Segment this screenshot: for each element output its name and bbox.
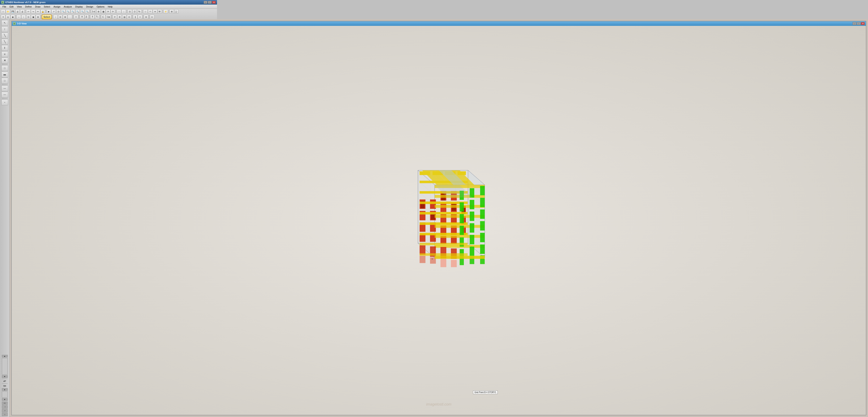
- tool-up[interactable]: ↑: [1, 26, 8, 32]
- tb-rect1[interactable]: □: [143, 9, 148, 13]
- tb-grid1[interactable]: ⊡: [127, 9, 132, 13]
- tb2-hbar[interactable]: ≡: [138, 15, 142, 19]
- tb-m[interactable]: M·: [158, 9, 162, 13]
- menu-view[interactable]: View: [15, 5, 24, 8]
- tool-dash1[interactable]: —: [1, 86, 8, 91]
- sep-6: [142, 9, 143, 13]
- close-button[interactable]: ✕: [212, 1, 216, 4]
- tb-sum[interactable]: ∑·: [174, 9, 178, 13]
- tb2-vbar[interactable]: ‖: [133, 15, 137, 19]
- tb2-list1[interactable]: ☰: [117, 15, 122, 19]
- toolbar-row-2: ✕ ◎ ◉ ↔ ↕ ⊡ ▣ ⊞ Select ↕ ⊟ ⊞ · I T Z̄· T…: [0, 14, 217, 20]
- tool-text[interactable]: I: [1, 45, 8, 51]
- tb-elev[interactable]: ▦: [101, 9, 105, 13]
- tb-zoom-in[interactable]: 🔍: [61, 9, 65, 13]
- tb-down[interactable]: ↓: [121, 9, 126, 13]
- tool-line[interactable]: ╲: [1, 33, 8, 38]
- sep2-11: [149, 15, 149, 19]
- menu-define[interactable]: Define: [23, 5, 33, 8]
- tb-check[interactable]: ☑: [132, 9, 137, 13]
- tb2-plus[interactable]: ⊞: [63, 15, 67, 19]
- menu-analyze[interactable]: Analyze: [62, 5, 73, 8]
- menu-edit[interactable]: Edit: [8, 5, 15, 8]
- tb-zoom-out[interactable]: 🔍: [66, 9, 70, 13]
- menu-design[interactable]: Design: [85, 5, 95, 8]
- tool-grid[interactable]: ≡: [1, 51, 8, 57]
- tb-redo[interactable]: ↪: [31, 9, 35, 13]
- select-button[interactable]: Select: [42, 14, 52, 19]
- sep2-6: [89, 15, 90, 19]
- sep-8: [168, 9, 169, 13]
- tb2-grid[interactable]: ▣: [31, 15, 35, 19]
- tool-rect2[interactable]: ▬: [1, 71, 8, 77]
- menu-file[interactable]: File: [1, 5, 8, 8]
- sep2-7: [100, 15, 100, 19]
- menu-assign[interactable]: Assign: [52, 5, 62, 8]
- tb-lock[interactable]: 🔒: [40, 9, 45, 13]
- tb-zoom5[interactable]: 🔍: [80, 9, 85, 13]
- tb2-circle2[interactable]: ◉: [10, 15, 15, 19]
- tb-plan[interactable]: ⊞: [96, 9, 101, 13]
- tb2-T[interactable]: T: [80, 15, 84, 19]
- tb2-list2[interactable]: ▤: [122, 15, 127, 19]
- tb2-Zbar[interactable]: Z̄·: [85, 15, 89, 19]
- minimize-button[interactable]: —: [204, 1, 208, 4]
- tb2-horiz[interactable]: ↔: [17, 15, 21, 19]
- tb2-cross[interactable]: ⊞: [36, 15, 40, 19]
- tb-play[interactable]: ▶: [46, 9, 51, 13]
- tb-print1[interactable]: 🖨: [15, 9, 20, 13]
- tb-77[interactable]: 77: [148, 9, 153, 13]
- app-title: ETABS Nonlinear v9.7.0 - NEW green: [5, 1, 204, 4]
- menu-select[interactable]: Select: [42, 5, 52, 8]
- tool-pointer[interactable]: ↖: [1, 20, 8, 26]
- tb-3d[interactable]: 3-d: [91, 9, 96, 13]
- tb2-vert[interactable]: ↕: [21, 15, 26, 19]
- tb-arrow[interactable]: ↗: [51, 9, 56, 13]
- tb-grid2[interactable]: ⊞: [169, 9, 174, 13]
- tb-undo[interactable]: ↩: [26, 9, 31, 13]
- tb-lightning[interactable]: ⚡: [163, 9, 168, 13]
- tb2-box[interactable]: ⊡: [26, 15, 31, 19]
- tool-rect1[interactable]: □: [1, 65, 8, 71]
- tb2-box2[interactable]: ⊡: [127, 15, 131, 19]
- tb2-dot[interactable]: ·: [68, 15, 72, 19]
- tool-square[interactable]: ▪: [1, 99, 8, 104]
- tb-open[interactable]: 📁: [6, 9, 10, 13]
- tb2-Tbar2[interactable]: T̄=: [95, 15, 99, 19]
- tb2-settings[interactable]: ⊙·: [150, 15, 154, 19]
- tb2-arrow2[interactable]: ↕: [53, 15, 58, 19]
- tb-zoom4[interactable]: 🔍: [75, 9, 80, 13]
- tb2-rotate[interactable]: ⟳: [113, 15, 117, 19]
- tool-dash2[interactable]: —: [1, 92, 8, 98]
- tb-up[interactable]: ↑: [117, 9, 121, 13]
- tb2-minus[interactable]: ⊟: [58, 15, 63, 19]
- tb-save[interactable]: 💾: [10, 9, 15, 13]
- tb2-Cdot[interactable]: C⊞: [106, 15, 111, 19]
- menu-display[interactable]: Display: [74, 5, 85, 8]
- tb-pct[interactable]: %·: [137, 9, 142, 13]
- tb-zoom6[interactable]: 🔍: [85, 9, 90, 13]
- menu-help[interactable]: Help: [106, 5, 114, 8]
- menu-draw[interactable]: Draw: [33, 5, 42, 8]
- tb2-minus2[interactable]: ⊟: [144, 15, 148, 19]
- tool-line2[interactable]: ╲: [1, 39, 8, 44]
- tb2-circle[interactable]: ◎: [6, 15, 10, 19]
- tb-rotate2[interactable]: ⟳: [111, 9, 115, 13]
- menu-options[interactable]: Options: [95, 5, 106, 8]
- tb-bars[interactable]: ≋: [153, 9, 157, 13]
- tb-rotate1[interactable]: ⟳: [106, 9, 111, 13]
- tb-pencil[interactable]: ✏: [36, 9, 40, 13]
- tb2-C[interactable]: C·: [101, 15, 105, 19]
- tool-rect3[interactable]: □: [1, 78, 8, 84]
- tb2-Tbar[interactable]: T̄: [90, 15, 95, 19]
- tb-print2[interactable]: 🖨: [20, 9, 25, 13]
- maximize-button[interactable]: □: [208, 1, 212, 4]
- tb-zoom3[interactable]: 🔍: [70, 9, 75, 13]
- tb-new[interactable]: □: [1, 9, 5, 13]
- tb-zoom-all[interactable]: ⊡: [56, 9, 61, 13]
- tool-x[interactable]: ✕: [1, 58, 8, 63]
- toolbar-area: □ 📁 💾 🖨 🖨 ↩ ↪ ✏ 🔒 ▶ ↗ ⊡ 🔍 🔍 🔍 🔍 🔍 🔍 3-d …: [0, 9, 217, 20]
- canvas-area[interactable]: ✦ Grid Point B 4 STORY1 imagetostl.com: [12, 26, 217, 104]
- tb2-close[interactable]: ✕: [1, 15, 5, 19]
- tb2-I[interactable]: I: [74, 15, 78, 19]
